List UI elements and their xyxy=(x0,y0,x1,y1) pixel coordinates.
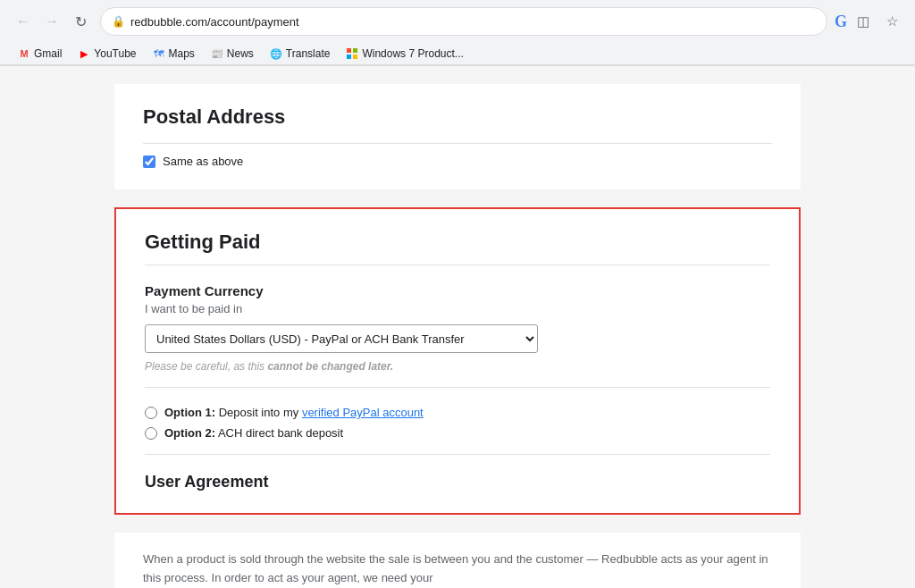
news-icon: 📰 xyxy=(211,47,223,60)
bookmark-youtube[interactable]: ▶ YouTube xyxy=(71,45,143,63)
getting-paid-title: Getting Paid xyxy=(145,231,770,254)
payment-currency-group: Payment Currency I want to be paid in Un… xyxy=(145,283,770,373)
getting-paid-divider xyxy=(145,265,770,265)
translate-label: Translate xyxy=(286,47,331,60)
payment-currency-label: Payment Currency xyxy=(145,283,770,298)
lock-icon: 🔒 xyxy=(112,15,125,28)
toolbar-actions: G ◫ ☆ xyxy=(835,9,904,34)
paypal-link[interactable]: verified PayPal account xyxy=(302,406,424,419)
forward-button[interactable]: → xyxy=(39,9,64,34)
browser-toolbar: ← → ↻ 🔒 redbubble.com/account/payment G … xyxy=(0,0,915,43)
option2-label: Option 2: ACH direct bank deposit xyxy=(164,426,343,440)
bookmark-translate[interactable]: 🌐 Translate xyxy=(263,45,338,63)
option1-label: Option 1: Deposit into my verified PayPa… xyxy=(164,406,424,419)
maps-label: Maps xyxy=(169,47,195,60)
back-button[interactable]: ← xyxy=(11,9,36,34)
payment-currency-sublabel: I want to be paid in xyxy=(145,302,770,315)
agreement-divider xyxy=(145,454,770,455)
postal-address-title: Postal Address xyxy=(143,105,772,129)
payment-option-1: Option 1: Deposit into my verified PayPa… xyxy=(145,406,770,419)
currency-warning-bold: cannot be changed later. xyxy=(267,360,393,373)
address-bar[interactable]: 🔒 redbubble.com/account/payment xyxy=(100,7,827,36)
browser-chrome: ← → ↻ 🔒 redbubble.com/account/payment G … xyxy=(0,0,915,66)
gmail-icon: M xyxy=(18,47,30,60)
currency-warning-text: Please be careful, as this xyxy=(145,360,267,373)
bookmarks-bar: M Gmail ▶ YouTube 🗺 Maps 📰 News 🌐 Transl… xyxy=(0,43,915,65)
currency-select[interactable]: United States Dollars (USD) - PayPal or … xyxy=(145,324,538,353)
options-divider xyxy=(145,387,770,388)
bookmark-news[interactable]: 📰 News xyxy=(204,45,261,63)
bookmark-gmail[interactable]: M Gmail xyxy=(11,45,69,63)
google-logo: G xyxy=(835,13,847,31)
same-as-above-label[interactable]: Same as above xyxy=(163,155,243,168)
option1-radio[interactable] xyxy=(145,407,157,419)
same-as-above-checkbox[interactable] xyxy=(143,155,155,168)
bottom-text: When a product is sold through the websi… xyxy=(143,550,772,588)
bookmark-maps[interactable]: 🗺 Maps xyxy=(146,45,202,63)
nav-buttons: ← → ↻ xyxy=(11,9,93,34)
bookmark-windows[interactable]: Windows 7 Product... xyxy=(339,45,470,63)
youtube-label: YouTube xyxy=(94,47,136,60)
currency-warning: Please be careful, as this cannot be cha… xyxy=(145,360,770,373)
postal-divider xyxy=(143,143,772,144)
gmail-label: Gmail xyxy=(34,47,62,60)
windows-icon xyxy=(346,47,358,60)
payment-options: Option 1: Deposit into my verified PayPa… xyxy=(145,406,770,440)
user-agreement-title: User Agreement xyxy=(145,473,770,491)
news-label: News xyxy=(227,47,254,60)
reload-button[interactable]: ↻ xyxy=(68,9,93,34)
page-inner: Postal Address Same as above Getting Pai… xyxy=(100,66,815,588)
postal-address-section: Postal Address Same as above xyxy=(114,84,801,189)
bottom-section: When a product is sold through the websi… xyxy=(114,533,801,588)
translate-icon: 🌐 xyxy=(270,47,282,60)
page-content: Postal Address Same as above Getting Pai… xyxy=(0,66,915,588)
option2-radio[interactable] xyxy=(145,427,157,440)
same-as-above-row: Same as above xyxy=(143,155,772,168)
youtube-icon: ▶ xyxy=(78,47,90,60)
payment-option-2: Option 2: ACH direct bank deposit xyxy=(145,426,770,440)
getting-paid-section: Getting Paid Payment Currency I want to … xyxy=(114,207,801,515)
bookmark-button[interactable]: ☆ xyxy=(879,9,904,34)
windows-label: Windows 7 Product... xyxy=(362,47,463,60)
maps-icon: 🗺 xyxy=(153,47,165,60)
url-text: redbubble.com/account/payment xyxy=(130,15,299,29)
extensions-button[interactable]: ◫ xyxy=(851,9,876,34)
